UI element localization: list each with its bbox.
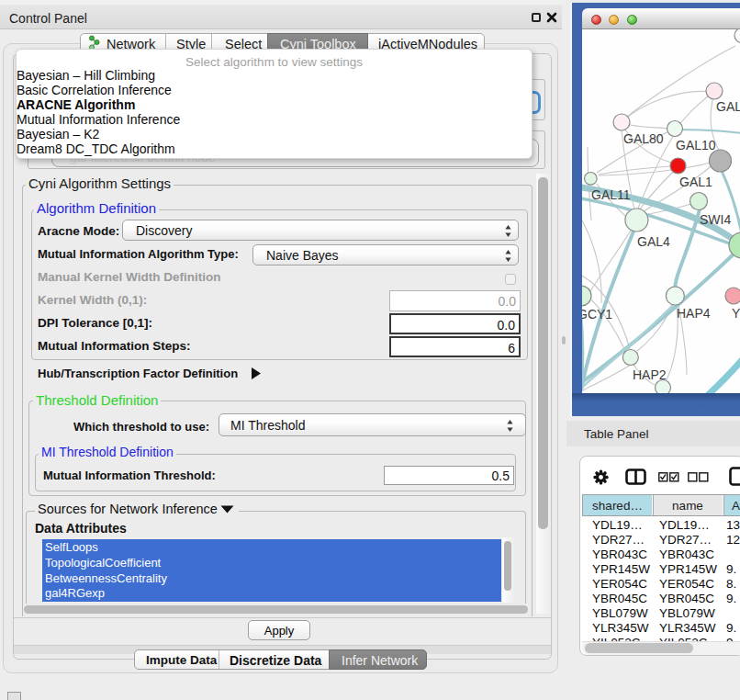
svg-text:HAP4: HAP4 <box>677 306 711 321</box>
svg-text:GAL10: GAL10 <box>676 138 716 152</box>
svg-text:GAL: GAL <box>716 99 740 114</box>
svg-text:SWI4: SWI4 <box>700 212 731 227</box>
svg-text:HAP2: HAP2 <box>633 367 667 382</box>
svg-text:GAL80: GAL80 <box>623 131 664 146</box>
svg-text:GAL11: GAL11 <box>591 187 631 202</box>
svg-text:GCY1: GCY1 <box>582 307 612 322</box>
svg-text:GAL4: GAL4 <box>637 234 670 249</box>
svg-text:GAL1: GAL1 <box>679 175 712 189</box>
svg-text:Y: Y <box>732 306 740 321</box>
